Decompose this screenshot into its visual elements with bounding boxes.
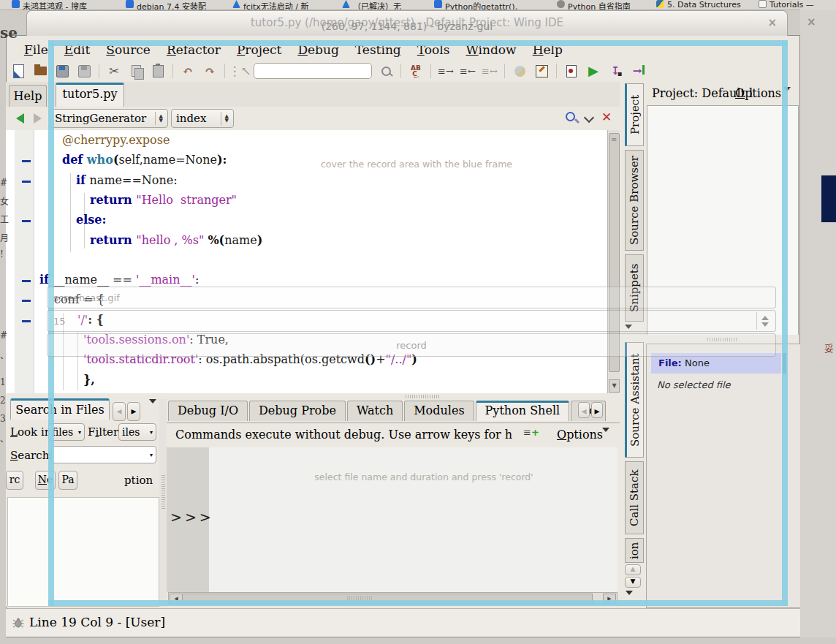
python-shell-area[interactable]: >>>	[167, 447, 618, 592]
secondary-window-close-icon[interactable]: ×	[807, 15, 816, 29]
background-text-fragment: 月	[0, 231, 9, 243]
browser-tab[interactable]: 未鸿其鸿观 - 搜库	[12, 0, 87, 10]
tab-search-in-files[interactable]: Search in Files	[10, 398, 110, 420]
browser-tab-icon	[12, 0, 20, 8]
browser-tab-label: debian 7.4 安装配	[137, 0, 206, 10]
spellcheck-button[interactable]: ABC̲˯	[406, 62, 425, 80]
stop-debug-button[interactable]: ↧	[606, 62, 625, 80]
filter-dropdown[interactable]: iles ▾	[118, 423, 156, 441]
fold-marker[interactable]	[22, 300, 31, 302]
browser-tab[interactable]: （已解决）无	[342, 0, 401, 10]
nav-forward-icon[interactable]	[34, 113, 42, 124]
scroll-down-icon[interactable]: ▼	[609, 379, 620, 393]
scope-dropdown[interactable]: StringGenerator ▲▼	[50, 109, 168, 128]
member-dropdown[interactable]: index ▲▼	[171, 109, 234, 128]
project-options-button[interactable]: Options	[735, 86, 781, 100]
fold-marker[interactable]	[22, 220, 31, 222]
fold-marker[interactable]	[22, 160, 31, 162]
shell-message: Commands execute without debug. Use arro…	[175, 428, 519, 442]
close-icon[interactable]: ×	[767, 16, 777, 29]
indent-right-button[interactable]: ≡→	[436, 62, 455, 80]
key-icon[interactable]	[566, 112, 575, 121]
browser-tab[interactable]: fcitx无法启动 / 新	[232, 0, 309, 10]
tab-debug-probe[interactable]: Debug Probe	[249, 401, 346, 421]
browser-tab-label: 5. Data Structures	[667, 0, 741, 10]
tab-tutor5-py[interactable]: tutor5.py	[56, 83, 124, 107]
no-file-message: No selected file	[657, 379, 731, 390]
chevron-down-icon[interactable]	[584, 113, 594, 123]
prev-button[interactable]: Pa	[58, 471, 77, 490]
nav-back-icon[interactable]	[16, 113, 24, 124]
background-text-fragment: 、	[0, 432, 9, 444]
copy-button[interactable]	[126, 62, 145, 80]
browser-tab-icon	[557, 0, 565, 8]
toolbar-search-input[interactable]	[254, 63, 372, 79]
tab-help[interactable]: Help	[9, 85, 47, 107]
browser-tab[interactable]: 5. Data Structures	[656, 0, 741, 10]
panel-menu-icon[interactable]	[149, 404, 156, 417]
save-button[interactable]	[53, 62, 72, 80]
filter-value: iles	[122, 426, 140, 438]
fold-marker[interactable]	[22, 181, 31, 183]
tabs-scroll-down[interactable]: ▼	[625, 577, 641, 588]
tabs-scroll-up: ▲	[625, 564, 641, 575]
search-button-fragment[interactable]: rc	[6, 471, 23, 490]
fold-marker[interactable]	[22, 280, 31, 282]
tab-python-shell[interactable]: Python Shell	[476, 401, 570, 421]
byzanz-filename-field[interactable]: screencast.gif	[47, 287, 776, 308]
run-button[interactable]: ▶	[584, 62, 603, 80]
cut-button[interactable]: ✂	[104, 62, 123, 80]
indent-left-button[interactable]: ≡←	[458, 62, 477, 80]
byzanz-duration-spinner[interactable]: 15	[47, 310, 776, 332]
search-combo[interactable]: ▾	[51, 446, 156, 463]
spinner-arrows-icon[interactable]	[756, 312, 773, 330]
browser-tab-icon	[656, 0, 664, 8]
tab-debug-i-o[interactable]: Debug I/O	[168, 401, 248, 421]
bug-icon[interactable]	[12, 617, 25, 632]
code-line: def who(self,name=None):	[62, 153, 227, 167]
open-file-button[interactable]	[31, 62, 50, 80]
vertical-splitter[interactable]	[159, 399, 167, 607]
breakpoint-button[interactable]	[562, 62, 581, 80]
browser-tab-label: Python 自省指南	[568, 0, 631, 10]
paste-button[interactable]	[148, 62, 167, 80]
titlebar[interactable]: tutor5.py (/home/gaoy/qttest) - Default …	[26, 10, 788, 36]
updown-icon: ▲▼	[155, 112, 163, 125]
save-all-button[interactable]	[75, 62, 94, 80]
tabs-next-button[interactable]: ▸	[591, 402, 603, 418]
browser-tab-label: 未鸿其鸿观 - 搜库	[23, 0, 87, 10]
browser-tab[interactable]: Python的getattr(),	[434, 0, 517, 10]
configure-button[interactable]	[532, 62, 551, 80]
screen: 未鸿其鸿观 - 搜库debian 7.4 安装配fcitx无法启动 / 新（已解…	[0, 0, 836, 644]
undo-button[interactable]: ↶	[178, 62, 197, 80]
updown-icon: ▲▼	[221, 112, 229, 125]
browser-tab[interactable]: Tutorials —	[759, 0, 814, 10]
byzanz-record-button[interactable]: record	[47, 333, 776, 357]
tab-modules[interactable]: Modules	[404, 401, 474, 421]
browser-tab[interactable]: Python 自省指南	[557, 0, 631, 10]
search-label: Search:	[10, 449, 53, 462]
options-caret-icon[interactable]	[602, 432, 609, 446]
code-line: if name==None:	[76, 173, 178, 187]
tab-project[interactable]: Project	[625, 83, 644, 146]
fold-marker[interactable]	[22, 320, 31, 322]
record-frame-right	[782, 40, 788, 606]
tab-source-browser[interactable]: Source Browser	[625, 150, 644, 251]
search-icon[interactable]	[376, 62, 395, 80]
step-into-button[interactable]: →	[628, 62, 647, 80]
tab-watch[interactable]: Watch	[347, 401, 403, 421]
redo-button[interactable]: ↷	[200, 62, 219, 80]
shell-options-button[interactable]: Options	[557, 428, 603, 442]
search-options-fragment[interactable]: ption	[124, 474, 153, 487]
tab-source-assistant[interactable]: Source Assistant	[625, 342, 644, 458]
tab-ion[interactable]: ion	[625, 538, 644, 563]
tab-call-stack[interactable]: Call Stack	[625, 461, 644, 534]
add-item-icon[interactable]: ≡+	[523, 427, 539, 438]
shell-gutter: >>>	[167, 447, 209, 592]
search-results-area[interactable]	[7, 497, 159, 607]
look-in-value: files	[52, 426, 73, 438]
close-file-icon[interactable]: ✕	[601, 110, 612, 124]
new-file-button[interactable]	[9, 62, 28, 80]
panel-next-button[interactable]: ▸	[127, 402, 140, 421]
browser-tab[interactable]: debian 7.4 安装配	[126, 0, 206, 10]
